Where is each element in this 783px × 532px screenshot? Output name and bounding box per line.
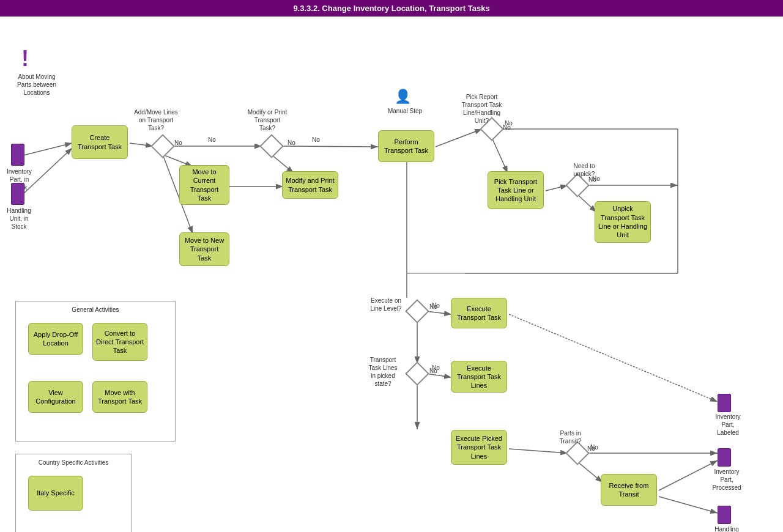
svg-line-1 (23, 143, 72, 155)
move-new-box[interactable]: Move to NewTransportTask (179, 232, 229, 266)
svg-line-17 (492, 138, 508, 173)
pick-transport-box[interactable]: Pick TransportTask Line orHandling Unit (488, 171, 544, 209)
move-with-box[interactable]: Move withTransport Task (92, 381, 147, 413)
manual-step-icon: 👤 (395, 89, 411, 105)
inv-part-processed-label: InventoryPart,Processed (705, 468, 749, 492)
execute-picked-box[interactable]: Execute PickedTransport TaskLines (451, 430, 507, 465)
svg-line-30 (509, 449, 568, 453)
no-label-d4: No (588, 175, 596, 183)
svg-line-33 (577, 462, 603, 482)
svg-line-21 (577, 194, 596, 212)
diamond-unpick-label: Need tounpick? (563, 162, 606, 178)
about-icon: ! (21, 46, 29, 72)
italy-specific-box[interactable]: Italy Specific (28, 476, 83, 511)
create-transport-task-box[interactable]: CreateTransport Task (72, 125, 128, 159)
diamond-modifyprint (259, 134, 284, 158)
svg-line-3 (130, 143, 153, 146)
perform-transport-box[interactable]: PerformTransport Task (378, 130, 434, 162)
svg-line-34 (509, 314, 718, 402)
svg-line-18 (546, 185, 568, 191)
diamond-modifyprint-label: Modify or PrintTransportTask? (240, 108, 294, 132)
svg-line-10 (272, 155, 294, 173)
view-config-box[interactable]: ViewConfiguration (28, 381, 83, 413)
arrows-layer: No No No No No (0, 17, 783, 530)
unpick-transport-box[interactable]: UnpickTransport TaskLine or HandlingUnit (595, 201, 651, 243)
receive-transit-box[interactable]: Receive fromTransit (601, 474, 657, 506)
general-activities-section: General Activities Apply Drop-OffLocatio… (15, 301, 176, 441)
country-specific-title: Country Specific Activities (16, 459, 131, 466)
svg-line-12 (436, 129, 482, 147)
no-label-d6: No (429, 367, 437, 375)
about-label: About MovingParts betweenLocations (9, 73, 64, 97)
diamond-addmove-label: Add/Move Lineson TransportTask? (125, 108, 187, 132)
modify-print-box[interactable]: Modify and PrintTransport Task (282, 171, 338, 199)
handling-unit-processed-box (718, 506, 731, 524)
inv-part-labeled-box (718, 394, 731, 412)
svg-line-24 (426, 311, 451, 314)
execute-lines-box[interactable]: ExecuteTransport TaskLines (451, 361, 507, 393)
diamond-linelevel-label: Execute onLine Level? (364, 297, 408, 312)
general-activities-title: General Activities (16, 306, 175, 313)
no-label-d7: No (587, 445, 595, 453)
no-label-d3: No (503, 124, 511, 131)
svg-text:No: No (312, 136, 320, 143)
diamond-linelevel (405, 299, 429, 323)
convert-direct-box[interactable]: Convert toDirect TransportTask (92, 323, 147, 361)
inv-part-processed-box (718, 448, 731, 467)
svg-text:No: No (208, 136, 216, 143)
move-current-box[interactable]: Move toCurrentTransportTask (179, 165, 229, 205)
svg-line-36 (659, 497, 718, 513)
no-label-d5: No (429, 303, 437, 311)
diamond-transit-label: Parts inTransit? (551, 429, 590, 445)
diagram-area: No No No No No (0, 17, 783, 530)
handling-unit-processed-label: HandlingUnit,Processed (705, 525, 749, 532)
handling-unit-stock-label: HandlingUnit, inStock (1, 207, 37, 231)
title-bar: 9.3.3.2. Change Inventory Location, Tran… (0, 0, 783, 17)
execute-transport-box[interactable]: ExecuteTransport Task (451, 298, 507, 328)
apply-dropoff-box[interactable]: Apply Drop-OffLocation (28, 323, 83, 355)
diamond-pickedstate (405, 361, 429, 386)
svg-line-8 (281, 146, 378, 147)
diamond-pickreport-label: Pick ReportTransport TaskLine/HandlingUn… (450, 93, 514, 125)
inv-part-labeled-label: InventoryPart,Labeled (707, 413, 749, 437)
diamond-pickedstate-label: TransportTask Linesin pickedstate? (358, 356, 408, 388)
diamond-addmove (150, 134, 175, 158)
inv-part-stock-box (11, 144, 24, 166)
handling-unit-stock-box (11, 183, 24, 205)
no-label-d1: No (174, 139, 182, 147)
country-specific-section: Country Specific Activities Italy Specif… (15, 454, 132, 532)
no-label-d2: No (288, 139, 295, 147)
manual-step-label: Manual Step (387, 107, 423, 115)
